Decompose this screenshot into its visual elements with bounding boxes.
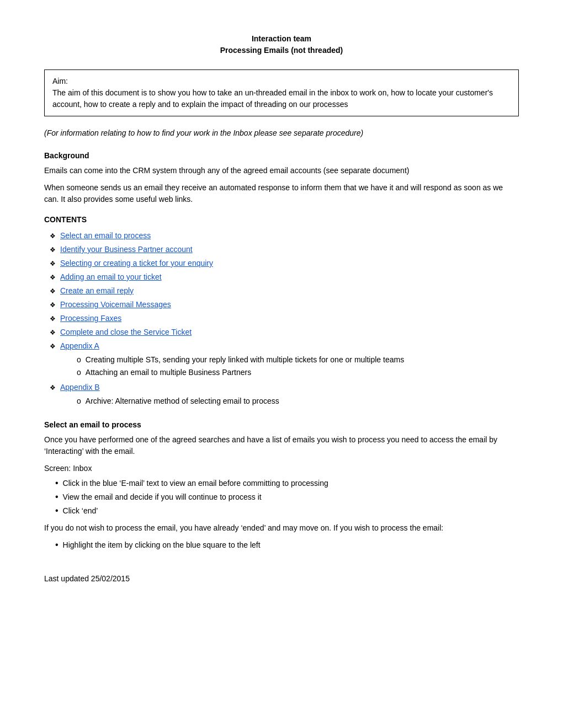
diamond-icon: ❖	[50, 272, 56, 282]
contents-link-4[interactable]: Adding an email to your ticket	[60, 272, 162, 281]
list-item: Click ‘end’	[55, 505, 519, 517]
after-bullet-list: Highlight the item by clicking on the bl…	[44, 539, 519, 551]
contents-section: CONTENTS ❖ Select an email to process ❖ …	[44, 214, 519, 408]
background-section: Background Emails can come into the CRM …	[44, 150, 519, 205]
contents-link-2[interactable]: Identify your Business Partner account	[60, 245, 193, 254]
contents-link-1[interactable]: Select an email to process	[60, 231, 151, 240]
aim-label: Aim:	[52, 76, 511, 87]
select-email-heading: Select an email to process	[44, 419, 519, 431]
background-text1: Emails can come into the CRM system thro…	[44, 165, 519, 176]
footer: Last updated 25/02/2015	[44, 573, 519, 585]
aim-text: The aim of this document is to show you …	[52, 87, 511, 110]
select-email-intro: Once you have performed one of the agree…	[44, 434, 519, 457]
diamond-icon: ❖	[50, 314, 56, 324]
contents-link-appendix-a[interactable]: Appendix A	[60, 341, 99, 350]
contents-link-3[interactable]: Selecting or creating a ticket for your …	[60, 259, 213, 267]
after-bullets-text: If you do not wish to process the email,…	[44, 522, 519, 534]
title-line2: Processing Emails (not threaded)	[44, 45, 519, 56]
italic-note: (For information relating to how to find…	[44, 127, 519, 139]
contents-link-7[interactable]: Processing Faxes	[60, 314, 121, 323]
diamond-icon: ❖	[50, 300, 56, 310]
background-heading: Background	[44, 150, 519, 162]
diamond-icon: ❖	[50, 341, 56, 351]
aim-box: Aim: The aim of this document is to show…	[44, 69, 519, 116]
contents-link-5[interactable]: Create an email reply	[60, 286, 134, 295]
diamond-icon: ❖	[50, 259, 56, 269]
list-item: Click in the blue ‘E-mail’ text to view …	[55, 478, 519, 489]
page-header: Interaction team Processing Emails (not …	[44, 33, 519, 56]
screen-label: Screen: Inbox	[44, 463, 519, 474]
appendix-b-sublist: Archive: Alternative method of selecting…	[60, 395, 279, 407]
list-item: Creating multiple STs, sending your repl…	[77, 354, 404, 366]
contents-heading: CONTENTS	[44, 214, 519, 226]
list-item: ❖ Complete and close the Service Ticket	[50, 326, 519, 338]
list-item: View the email and decide if you will co…	[55, 491, 519, 503]
contents-link-6[interactable]: Processing Voicemail Messages	[60, 300, 171, 309]
inbox-bullet-list: Click in the blue ‘E-mail’ text to view …	[44, 478, 519, 517]
last-updated-text: Last updated 25/02/2015	[44, 574, 130, 583]
list-item: ❖ Select an email to process	[50, 230, 519, 242]
list-item: ❖ Create an email reply	[50, 285, 519, 297]
list-item: ❖ Processing Voicemail Messages	[50, 299, 519, 311]
background-text2: When someone sends us an email they rece…	[44, 182, 519, 205]
list-item: Archive: Alternative method of selecting…	[77, 395, 279, 407]
diamond-icon: ❖	[50, 286, 56, 296]
appendix-a-sublist: Creating multiple STs, sending your repl…	[60, 354, 404, 378]
list-item: Attaching an email to multiple Business …	[77, 367, 404, 378]
diamond-icon: ❖	[50, 245, 56, 255]
list-item: ❖ Appendix A Creating multiple STs, send…	[50, 340, 519, 379]
contents-link-appendix-b[interactable]: Appendix B	[60, 383, 100, 392]
list-item: ❖ Selecting or creating a ticket for you…	[50, 258, 519, 269]
list-item: ❖ Adding an email to your ticket	[50, 271, 519, 283]
contents-link-8[interactable]: Complete and close the Service Ticket	[60, 328, 192, 336]
list-item: ❖ Identify your Business Partner account	[50, 244, 519, 255]
contents-list: ❖ Select an email to process ❖ Identify …	[44, 230, 519, 408]
list-item: ❖ Appendix B Archive: Alternative method…	[50, 382, 519, 408]
list-item: Highlight the item by clicking on the bl…	[55, 539, 519, 551]
select-email-section: Select an email to process Once you have…	[44, 419, 519, 551]
diamond-icon: ❖	[50, 231, 56, 241]
title-line1: Interaction team	[44, 33, 519, 45]
diamond-icon: ❖	[50, 328, 56, 338]
list-item: ❖ Processing Faxes	[50, 313, 519, 324]
diamond-icon: ❖	[50, 383, 56, 393]
